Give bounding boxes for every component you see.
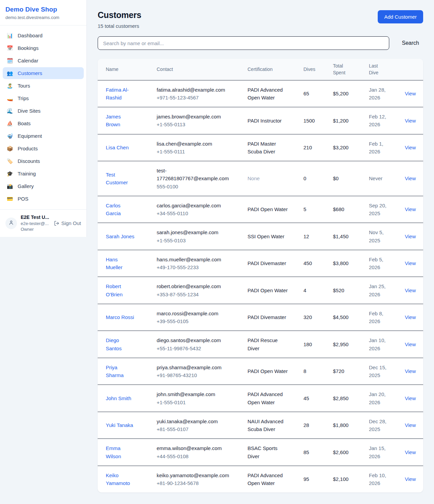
customer-name-link[interactable]: Test Customer (106, 172, 128, 185)
table-row: Keiko Yamamotokeiko.yamamoto@example.com… (98, 466, 423, 492)
cell-actions: View (399, 439, 423, 466)
sidebar-item-label: Training (18, 171, 36, 176)
cell-contact: hans.mueller@example.com+49-170-555-2233 (149, 250, 242, 277)
view-link[interactable]: View (405, 368, 416, 374)
cell-name: Hans Mueller (98, 250, 149, 277)
sidebar-item-boats[interactable]: ⛵Boats (3, 117, 84, 129)
cell-total-spent: $520 (328, 277, 363, 304)
add-customer-button[interactable]: Add Customer (378, 10, 423, 23)
customer-email: keiko.yamamoto@example.com (157, 471, 234, 479)
customer-name-link[interactable]: Marco Rossi (106, 314, 134, 320)
page: Demo Dive Shop demo.test.divestreams.com… (0, 0, 434, 504)
customer-name-link[interactable]: Keiko Yamamoto (106, 472, 130, 486)
view-link[interactable]: View (405, 234, 416, 239)
view-link[interactable]: View (405, 206, 416, 212)
sidebar-item-customers[interactable]: 👥Customers (3, 67, 84, 79)
sidebar-item-products[interactable]: 📦Products (3, 143, 84, 154)
customer-name-link[interactable]: Yuki Tanaka (106, 422, 133, 428)
cell-contact: robert.obrien@example.com+353-87-555-123… (149, 277, 242, 304)
cell-dives: 450 (298, 250, 328, 277)
cell-last-dive: Jan 15, 2026 (363, 439, 399, 466)
customer-name-link[interactable]: Emma Wilson (106, 445, 121, 459)
sidebar-item-pos[interactable]: 💳POS (3, 193, 84, 205)
customer-name-link[interactable]: Carlos Garcia (106, 203, 121, 216)
sidebar-item-calendar[interactable]: 🗓️Calendar (3, 55, 84, 67)
sidebar-item-label: Bookings (18, 45, 39, 51)
cell-certification: PADI Advanced Open Water (242, 385, 298, 412)
view-link[interactable]: View (405, 476, 416, 482)
cell-actions: View (399, 331, 423, 358)
cell-certification: PADI Divemaster (242, 250, 298, 277)
view-link[interactable]: View (405, 287, 416, 293)
cell-certification: PADI Rescue Diver (242, 331, 298, 358)
cell-name: Carlos Garcia (98, 196, 149, 223)
brand-header: Demo Dive Shop demo.test.divestreams.com (0, 0, 86, 25)
sidebar-item-bookings[interactable]: 📅Bookings (3, 42, 84, 54)
credit-card-icon: 💳 (6, 196, 13, 201)
cell-certification: PADI Divemaster (242, 304, 298, 331)
sidebar-item-trips[interactable]: 🚤Trips (3, 92, 84, 104)
cell-last-dive: Feb 10, 2026 (363, 466, 399, 492)
sidebar-item-training[interactable]: 🎓Training (3, 168, 84, 180)
table-row: Diego Santosdiego.santos@example.com+55-… (98, 331, 423, 358)
sidebar-item-label: Equipment (18, 133, 42, 139)
view-link[interactable]: View (405, 91, 416, 96)
customer-name-link[interactable]: Lisa Chen (106, 145, 129, 150)
cell-last-dive: Never (363, 161, 399, 196)
sidebar-item-discounts[interactable]: 🏷️Discounts (3, 155, 84, 167)
table-row: James Brownjames.brown@example.com+1-555… (98, 107, 423, 134)
view-link[interactable]: View (405, 260, 416, 266)
spiral-calendar-icon: 🗓️ (6, 58, 13, 63)
view-link[interactable]: View (405, 314, 416, 320)
sidebar-item-gallery[interactable]: 📸Gallery (3, 180, 84, 192)
cell-name: Robert O'Brien (98, 277, 149, 304)
view-link[interactable]: View (405, 118, 416, 124)
sidebar-item-dive-sites[interactable]: 🌊Dive Sites (3, 105, 84, 117)
cell-last-dive: Jan 10, 2026 (363, 331, 399, 358)
customer-name-link[interactable]: John Smith (106, 395, 131, 401)
customer-phone: +34-555-0110 (157, 209, 234, 217)
view-link[interactable]: View (405, 422, 416, 428)
search-input[interactable] (98, 36, 389, 50)
customer-name-link[interactable]: Fatima Al-Rashid (106, 87, 129, 100)
customer-name-link[interactable]: Hans Mueller (106, 257, 122, 270)
cell-contact: james.brown@example.com+1-555-0113 (149, 107, 242, 134)
sign-out-icon (54, 221, 59, 226)
customer-phone: +971-55-123-4567 (157, 94, 234, 101)
customer-name-link[interactable]: James Brown (106, 114, 121, 127)
view-link[interactable]: View (405, 145, 416, 150)
sidebar-item-label: Dashboard (18, 33, 42, 38)
cell-actions: View (399, 196, 423, 223)
cell-total-spent: $1,450 (328, 223, 363, 250)
cell-name: Emma Wilson (98, 439, 149, 466)
view-link[interactable]: View (405, 175, 416, 181)
sidebar-item-label: Boats (18, 120, 31, 126)
customer-name-link[interactable]: Priya Sharma (106, 365, 124, 378)
customer-name-link[interactable]: Sarah Jones (106, 234, 134, 239)
customer-name-link[interactable]: Diego Santos (106, 337, 122, 351)
cell-total-spent: $680 (328, 196, 363, 223)
customer-name-link[interactable]: Robert O'Brien (106, 283, 123, 297)
col-header-name: Name (98, 59, 149, 80)
cell-contact: fatima.alrashid@example.com+971-55-123-4… (149, 80, 242, 107)
sidebar-item-label: Discounts (18, 158, 40, 164)
sidebar-item-dashboard[interactable]: 📊Dashboard (3, 30, 84, 41)
sidebar-item-tours[interactable]: 🏝️Tours (3, 80, 84, 92)
view-link[interactable]: View (405, 449, 416, 455)
customer-email: fatima.alrashid@example.com (157, 86, 234, 94)
customer-phone: +1-555-0113 (157, 120, 234, 128)
sign-out-button[interactable]: Sign Out (54, 220, 81, 226)
customer-phone: +44-555-0108 (157, 452, 234, 460)
customer-phone: +1-555-0111 (157, 148, 234, 155)
customer-email: priya.sharma@example.com (157, 363, 234, 371)
sidebar-item-equipment[interactable]: 🤿Equipment (3, 130, 84, 142)
cell-total-spent: $5,200 (328, 80, 363, 107)
cell-name: Diego Santos (98, 331, 149, 358)
sidebar-item-label: Calendar (18, 58, 38, 63)
sidebar-item-label: Customers (18, 70, 42, 76)
search-button[interactable]: Search (398, 39, 423, 48)
sidebar-item-label: Products (18, 146, 38, 151)
page-title: Customers (98, 10, 141, 20)
view-link[interactable]: View (405, 395, 416, 401)
view-link[interactable]: View (405, 341, 416, 347)
